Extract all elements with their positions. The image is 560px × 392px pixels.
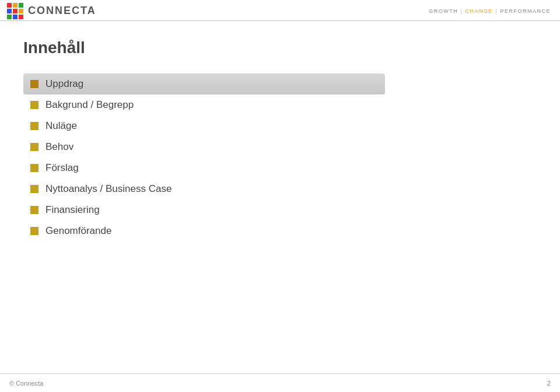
- bullet-icon: [30, 206, 38, 214]
- tagline-sep2: |: [495, 8, 498, 15]
- list-item-label: Genomförande: [46, 225, 111, 237]
- list-item[interactable]: Bakgrund / Begrepp: [23, 94, 537, 116]
- header: CONNECTA GROWTH | CHANGE | PERFORMANCE: [0, 0, 560, 21]
- bullet-icon: [30, 164, 38, 172]
- list-item[interactable]: Finansiering: [23, 200, 537, 220]
- footer: © Connecta 2: [0, 373, 560, 392]
- logo-text: CONNECTA: [28, 5, 96, 17]
- bullet-icon: [30, 122, 38, 130]
- bullet-icon: [30, 80, 38, 88]
- tagline-performance: PERFORMANCE: [500, 8, 551, 14]
- main-content: Innehåll Uppdrag Bakgrund / Begrepp Nulä…: [0, 21, 560, 253]
- bullet-icon: [30, 227, 38, 235]
- tagline: GROWTH | CHANGE | PERFORMANCE: [429, 8, 551, 15]
- logo-area: CONNECTA: [7, 3, 96, 19]
- list-item-label: Finansiering: [46, 204, 100, 216]
- list-item[interactable]: Uppdrag: [23, 74, 385, 94]
- list-item[interactable]: Behov: [23, 136, 537, 158]
- menu-list: Uppdrag Bakgrund / Begrepp Nuläge Behov …: [23, 74, 537, 242]
- tagline-sep1: |: [460, 8, 463, 15]
- tagline-growth: GROWTH: [429, 8, 458, 14]
- list-item[interactable]: Förslag: [23, 158, 537, 178]
- page-title: Innehåll: [23, 38, 537, 57]
- bullet-icon: [30, 143, 38, 151]
- list-item-label: Förslag: [46, 162, 79, 174]
- list-item-label: Nuläge: [46, 120, 77, 132]
- bullet-icon: [30, 101, 38, 109]
- bullet-icon: [30, 185, 38, 193]
- footer-copyright: © Connecta: [9, 380, 43, 387]
- list-item[interactable]: Genomförande: [23, 220, 537, 242]
- list-item-label: Behov: [46, 141, 74, 153]
- list-item[interactable]: Nuläge: [23, 116, 537, 136]
- logo-grid-icon: [7, 3, 23, 19]
- list-item-label: Uppdrag: [46, 78, 83, 90]
- list-item-label: Bakgrund / Begrepp: [46, 99, 134, 111]
- tagline-change: CHANGE: [466, 8, 494, 14]
- list-item-label: Nyttoanalys / Business Case: [46, 183, 172, 195]
- footer-page-number: 2: [547, 380, 551, 387]
- list-item[interactable]: Nyttoanalys / Business Case: [23, 178, 537, 200]
